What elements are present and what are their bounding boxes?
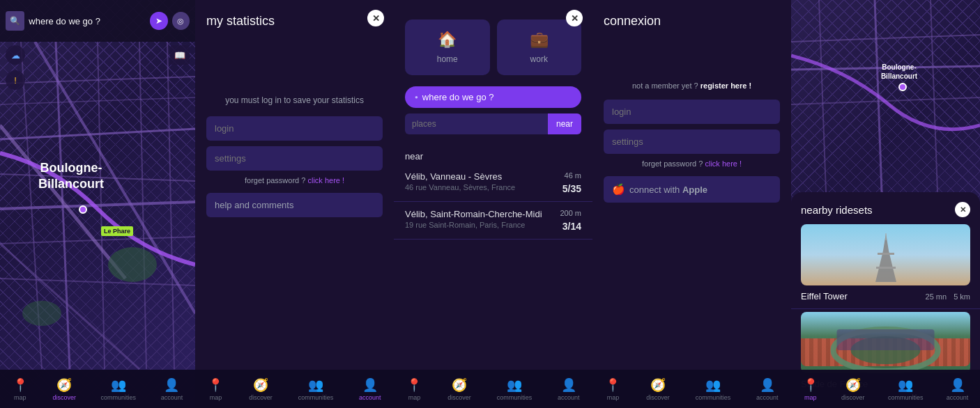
- station-header-2: Vélib, Saint-Romain-Cherche-Midi 200 m: [405, 209, 581, 219]
- where-nav-discover[interactable]: 🧭 discover: [447, 377, 471, 401]
- stats-discover-icon: 🧭: [253, 377, 268, 393]
- nav-account[interactable]: 👤 account: [161, 377, 183, 401]
- eiffel-bg: [801, 224, 970, 285]
- connexion-settings-input[interactable]: [604, 130, 780, 154]
- stadium-bg: [801, 312, 970, 373]
- apple-connect-btn[interactable]: 🍎 connect with Apple: [604, 176, 780, 203]
- home-icon: 🏠: [438, 31, 457, 49]
- account-nav-icon: 👤: [164, 377, 179, 393]
- where-account-label: account: [558, 394, 580, 401]
- conn-nav-account[interactable]: 👤 account: [756, 377, 779, 401]
- nearby-map-label: map: [804, 394, 817, 401]
- nearby-communities-label: communities: [888, 394, 924, 401]
- svg-line-20: [819, 0, 826, 192]
- stadium-svg: [801, 312, 970, 373]
- conn-nav-discover[interactable]: 🧭 discover: [646, 377, 670, 401]
- help-comments-btn[interactable]: help and comments: [206, 193, 383, 217]
- connexion-title: connexion: [604, 14, 780, 29]
- where-map-icon: 📍: [406, 377, 422, 393]
- alert-icon[interactable]: !: [6, 70, 25, 90]
- stats-nav-map[interactable]: 📍 map: [208, 377, 223, 401]
- communities-nav-icon: 👥: [111, 377, 126, 393]
- work-label: work: [530, 54, 548, 64]
- stats-nav-account[interactable]: 👤 account: [359, 377, 381, 401]
- nearby-communities-icon: 👥: [898, 377, 913, 393]
- home-shortcut[interactable]: 🏠 home: [405, 19, 490, 75]
- nearby-nav-map[interactable]: 📍 map: [803, 377, 818, 401]
- book-icon[interactable]: 📖: [170, 45, 190, 65]
- discover-nav-icon: 🧭: [56, 377, 72, 393]
- statistics-settings-input[interactable]: [206, 146, 383, 171]
- map-search-input[interactable]: [29, 16, 146, 26]
- where-close-btn[interactable]: ✕: [566, 10, 583, 26]
- conn-account-label: account: [756, 394, 779, 401]
- where-nav-account[interactable]: 👤 account: [558, 377, 580, 401]
- station-address-1: 46 rue Vanneau, Sèvres, France: [405, 183, 515, 191]
- station-item-2[interactable]: Vélib, Saint-Romain-Cherche-Midi 200 m 1…: [394, 202, 592, 240]
- connexion-login-input[interactable]: [604, 100, 780, 124]
- statistics-bottom-nav: 📍 map 🧭 discover 👥 communities 👤 account: [195, 370, 394, 408]
- statistics-info-text: you must log in to save your statistics: [206, 95, 383, 105]
- where-nav-map[interactable]: 📍 map: [406, 377, 422, 401]
- svg-rect-28: [878, 253, 894, 255]
- map-bottom-nav: 📍 map 🧭 discover 👥 communities 👤 account: [0, 370, 195, 408]
- forget-password-link[interactable]: click here !: [307, 176, 344, 185]
- nearby-discover-icon: 🧭: [845, 377, 861, 393]
- rideset-item-eiffel[interactable]: Eiffel Tower 25 mn 5 km: [791, 224, 980, 309]
- conn-discover-icon: 🧭: [650, 377, 666, 393]
- cloud-icon[interactable]: ☁: [6, 45, 25, 65]
- nav-communities[interactable]: 👥 communities: [101, 377, 137, 401]
- connexion-bottom-nav: 📍 map 🧭 discover 👥 communities 👤 account: [592, 370, 791, 408]
- station-distance-2: 200 m: [560, 209, 581, 217]
- statistics-title: my statistics: [206, 14, 383, 29]
- eiffel-distance: 5 km: [954, 292, 970, 301]
- locate-button[interactable]: ◎: [172, 12, 190, 30]
- conn-nav-map[interactable]: 📍 map: [605, 377, 620, 401]
- register-link[interactable]: register here !: [700, 81, 751, 90]
- station-sub-2: 19 rue Saint-Romain, Paris, France 3/14: [405, 219, 581, 232]
- station-sub-1: 46 rue Vanneau, Sèvres, France 5/35: [405, 182, 581, 194]
- nearby-nav-communities[interactable]: 👥 communities: [888, 377, 924, 401]
- work-shortcut[interactable]: 💼 work: [497, 19, 582, 75]
- statistics-content: my statistics ✕ you must log in to save …: [195, 0, 394, 370]
- where-search-bar[interactable]: ● where do we go ?: [405, 86, 581, 108]
- conn-communities-icon: 👥: [705, 377, 721, 393]
- not-member-text: not a member yet ? register here !: [604, 81, 780, 90]
- near-button[interactable]: near: [548, 113, 581, 134]
- navigate-button[interactable]: ➤: [150, 12, 167, 30]
- svg-text:Billancourt: Billancourt: [881, 72, 918, 80]
- nav-discover[interactable]: 🧭 discover: [52, 377, 76, 401]
- places-input[interactable]: [405, 113, 548, 134]
- conn-nav-communities[interactable]: 👥 communities: [696, 377, 731, 401]
- map-search-icon[interactable]: 🔍: [6, 11, 24, 31]
- nearby-title: nearby ridesets: [801, 204, 873, 216]
- svg-line-22: [931, 0, 937, 192]
- eiffel-meta: 25 mn 5 km: [926, 292, 970, 301]
- where-nav-communities[interactable]: 👥 communities: [497, 377, 533, 401]
- eiffel-duration: 25 mn: [926, 292, 947, 301]
- location-dot: [79, 205, 87, 214]
- where-panel: ✕ 🏠 home 💼 work ● where do we go ? near …: [394, 0, 592, 408]
- nearby-nav-account[interactable]: 👤 account: [947, 377, 969, 401]
- nearby-close-btn[interactable]: ✕: [955, 202, 970, 217]
- nav-map[interactable]: 📍 map: [13, 377, 28, 401]
- rideset-info-eiffel: Eiffel Tower 25 mn 5 km: [801, 291, 970, 301]
- map-nav-icon: 📍: [13, 377, 28, 393]
- station-item-1[interactable]: Vélib, Vanneau - Sèvres 46 m 46 rue Vann…: [394, 164, 592, 202]
- svg-line-12: [0, 125, 125, 278]
- stats-account-label: account: [359, 394, 381, 401]
- stats-nav-discover[interactable]: 🧭 discover: [249, 377, 273, 401]
- near-section-label: near: [394, 146, 592, 164]
- map-sidebar-icons: ☁ !: [6, 45, 25, 90]
- statistics-close-btn[interactable]: ✕: [367, 10, 384, 26]
- statistics-login-input[interactable]: [206, 116, 383, 141]
- account-nav-label: account: [161, 394, 183, 401]
- nearby-discover-label: discover: [841, 394, 865, 401]
- nearby-panel: Boulogne- Billancourt nearby ridesets ✕: [791, 0, 980, 408]
- connect-with-label: connect with Apple: [629, 185, 707, 195]
- stats-nav-communities[interactable]: 👥 communities: [298, 377, 334, 401]
- connexion-forget-link[interactable]: click here !: [705, 159, 742, 168]
- nearby-nav-discover[interactable]: 🧭 discover: [841, 377, 865, 401]
- svg-point-25: [899, 84, 906, 91]
- svg-rect-29: [876, 267, 896, 269]
